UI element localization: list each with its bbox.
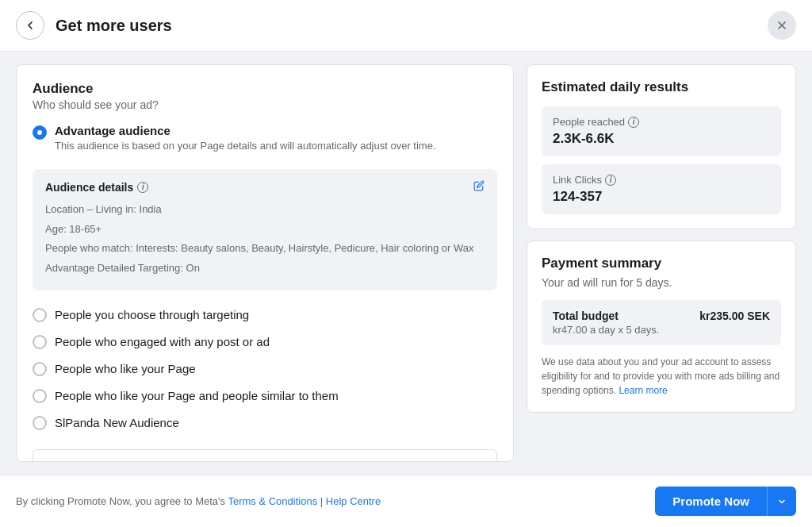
promote-now-button[interactable]: Promote Now: [655, 487, 767, 516]
estimated-results-card: Estimated daily results People reached i…: [527, 64, 796, 229]
audience-option-1[interactable]: People who engaged with any post or ad: [33, 333, 497, 349]
audience-option-0-label: People you choose through targeting: [55, 308, 249, 321]
audience-option-3[interactable]: People who like your Page and people sim…: [33, 387, 497, 403]
audience-option-3-radio: [33, 389, 47, 403]
learn-more-link[interactable]: Learn more: [619, 385, 667, 396]
audience-option-0[interactable]: People you choose through targeting: [33, 306, 497, 322]
audience-age: Age: 18-65+: [45, 221, 485, 237]
people-reached-label: People reached i: [553, 116, 770, 128]
audience-details-info-icon[interactable]: i: [137, 182, 148, 193]
audience-option-1-label: People who engaged with any post or ad: [55, 335, 270, 348]
audience-location: Location – Living in: India: [45, 202, 485, 217]
left-panel: Audience Who should see your ad? Advanta…: [16, 64, 514, 462]
footer-agreement: By clicking Promote Now, you agree to Me…: [16, 495, 381, 507]
right-panel: Estimated daily results People reached i…: [527, 64, 796, 462]
audience-option-2[interactable]: People who like your Page: [33, 360, 497, 376]
terms-link[interactable]: Terms & Conditions: [228, 495, 317, 507]
audience-option-2-label: People who like your Page: [55, 362, 196, 375]
modal-body: Audience Who should see your ad? Advanta…: [0, 52, 812, 475]
payment-subtitle: Your ad will run for 5 days.: [542, 276, 781, 289]
audience-details-title: Audience details i: [45, 181, 148, 194]
audience-option-4-label: SlPanda New Audience: [55, 416, 179, 429]
people-reached-row: People reached i 2.3K-6.6K: [542, 106, 781, 156]
budget-sublabel: kr47.00 a day x 5 days.: [553, 324, 659, 336]
budget-label: Total budget: [553, 310, 659, 322]
promote-dropdown-button[interactable]: [767, 487, 796, 516]
audience-header: Audience Who should see your ad?: [33, 81, 497, 111]
audience-interests: People who match: Interests: Beauty salo…: [45, 240, 485, 256]
audience-details-header: Audience details i: [45, 180, 485, 194]
advantage-audience-option[interactable]: Advantage audience This audience is base…: [33, 124, 497, 153]
audience-option-2-radio: [33, 362, 47, 376]
advantage-audience-label: Advantage audience: [55, 124, 436, 137]
advantage-audience-radio: [33, 125, 47, 140]
link-clicks-row: Link Clicks i 124-357: [542, 164, 781, 214]
people-reached-value: 2.3K-6.6K: [553, 131, 770, 147]
audience-option-3-label: People who like your Page and people sim…: [55, 389, 339, 402]
link-clicks-info-icon[interactable]: i: [605, 175, 616, 186]
modal-header: Get more users: [0, 0, 812, 52]
footer-actions: Promote Now: [655, 487, 796, 516]
create-new-button[interactable]: Create New: [33, 449, 497, 462]
back-button[interactable]: [16, 11, 44, 40]
advantage-audience-content: Advantage audience This audience is base…: [55, 124, 436, 153]
audience-option-4[interactable]: SlPanda New Audience: [33, 414, 497, 430]
payment-summary-title: Payment summary: [542, 256, 781, 271]
audience-option-4-radio: [33, 416, 47, 430]
help-link[interactable]: Help Centre: [326, 495, 381, 507]
advantage-audience-desc: This audience is based on your Page deta…: [55, 139, 436, 153]
audience-title: Audience: [33, 81, 497, 97]
link-clicks-value: 124-357: [553, 189, 770, 205]
estimated-results-title: Estimated daily results: [542, 79, 781, 95]
audience-details-edit-icon[interactable]: [473, 180, 485, 194]
audience-details-box: Audience details i Location – Living in:…: [33, 169, 497, 290]
people-reached-info-icon[interactable]: i: [628, 117, 639, 128]
payment-summary-card: Payment summary Your ad will run for 5 d…: [527, 240, 796, 413]
modal-container: Get more users Audience Who should see y…: [0, 0, 812, 527]
audience-option-1-radio: [33, 335, 47, 349]
budget-amount: kr235.00 SEK: [699, 310, 770, 322]
audience-targeting: Advantage Detailed Targeting: On: [45, 260, 485, 276]
audience-options-list: People you choose through targeting Peop…: [33, 306, 497, 430]
modal-footer: By clicking Promote Now, you agree to Me…: [0, 475, 812, 527]
budget-row: Total budget kr47.00 a day x 5 days. kr2…: [542, 300, 781, 345]
link-clicks-label: Link Clicks i: [553, 174, 770, 186]
payment-disclaimer: We use data about you and your ad accoun…: [542, 355, 781, 398]
audience-option-0-radio: [33, 308, 47, 322]
audience-subtitle: Who should see your ad?: [33, 98, 497, 111]
budget-left: Total budget kr47.00 a day x 5 days.: [553, 310, 659, 336]
modal-title: Get more users: [56, 17, 768, 35]
close-button[interactable]: [768, 11, 796, 40]
